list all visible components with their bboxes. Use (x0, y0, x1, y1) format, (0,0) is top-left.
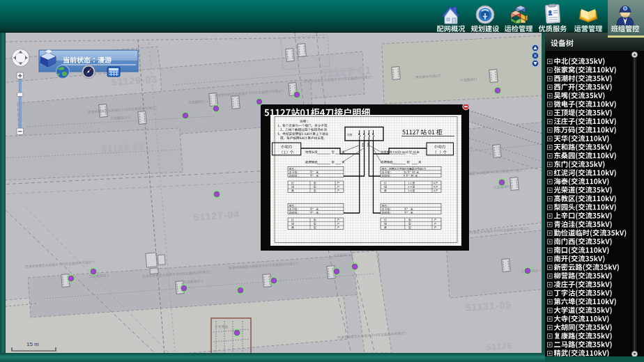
svg-text:51131-05: 51131-05 (465, 299, 512, 313)
svg-text:51126: 51126 (486, 340, 513, 352)
svg-text:51127-04: 51127-04 (193, 208, 240, 223)
svg-text:15 m: 15 m (26, 341, 39, 347)
